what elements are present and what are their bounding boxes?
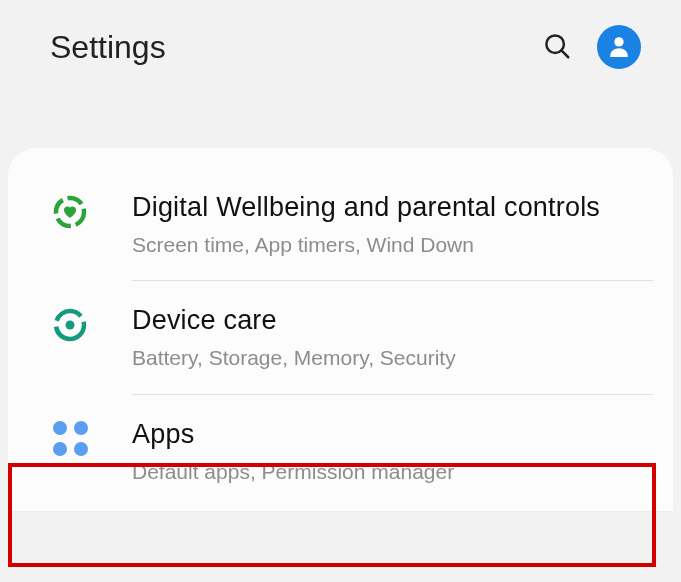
- wellbeing-icon: [48, 190, 92, 234]
- svg-point-5: [66, 321, 75, 330]
- row-subtitle: Screen time, App timers, Wind Down: [132, 231, 645, 258]
- row-text: Apps Default apps, Permission manager: [132, 417, 653, 485]
- row-title: Apps: [132, 417, 645, 452]
- search-icon: [542, 31, 572, 64]
- page-title: Settings: [50, 29, 166, 66]
- row-apps[interactable]: Apps Default apps, Permission manager: [8, 395, 673, 507]
- svg-line-1: [561, 50, 568, 57]
- row-title: Digital Wellbeing and parental controls: [132, 190, 645, 225]
- apps-icon: [48, 417, 92, 461]
- row-title: Device care: [132, 303, 645, 338]
- person-icon: [605, 32, 633, 63]
- settings-card: Digital Wellbeing and parental controls …: [8, 148, 673, 511]
- search-button[interactable]: [535, 25, 579, 69]
- device-care-icon: [48, 303, 92, 347]
- header-actions: [535, 25, 641, 69]
- row-text: Digital Wellbeing and parental controls …: [132, 190, 653, 258]
- row-subtitle: Battery, Storage, Memory, Security: [132, 344, 645, 371]
- svg-point-2: [614, 37, 623, 46]
- row-text: Device care Battery, Storage, Memory, Se…: [132, 303, 653, 371]
- row-digital-wellbeing[interactable]: Digital Wellbeing and parental controls …: [8, 168, 673, 280]
- row-device-care[interactable]: Device care Battery, Storage, Memory, Se…: [8, 281, 673, 393]
- row-subtitle: Default apps, Permission manager: [132, 458, 645, 485]
- settings-header: Settings: [0, 0, 681, 80]
- account-button[interactable]: [597, 25, 641, 69]
